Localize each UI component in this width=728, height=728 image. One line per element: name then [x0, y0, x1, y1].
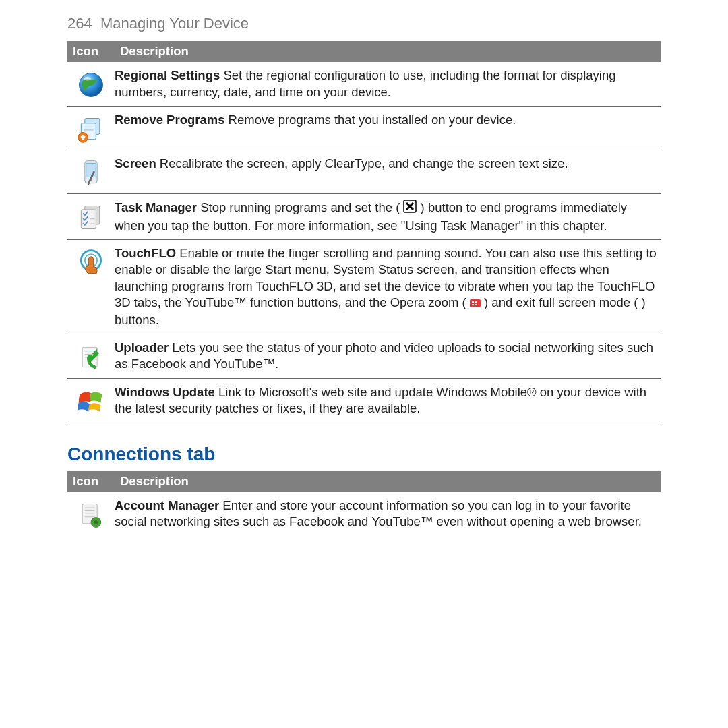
- col-desc-header: Description: [120, 473, 189, 489]
- svg-rect-41: [98, 521, 101, 524]
- globe-icon: [67, 67, 115, 100]
- row-text: Remove programs that you installed on yo…: [224, 113, 516, 127]
- svg-rect-10: [86, 164, 96, 177]
- page-header: 264 Managing Your Device: [67, 13, 661, 33]
- col-icon-header: Icon: [73, 43, 120, 59]
- row-title: Account Manager: [115, 498, 219, 512]
- col-icon-header: Icon: [73, 473, 120, 489]
- remove-programs-icon: [67, 112, 115, 144]
- row-description: TouchFLO Enable or mute the finger scrol…: [115, 245, 661, 328]
- row-title: TouchFLO: [115, 246, 176, 260]
- section-heading-connections: Connections tab: [67, 442, 661, 467]
- table-row: Task Manager Stop running programs and s…: [67, 194, 661, 240]
- row-description: Regional Settings Set the regional confi…: [115, 67, 661, 100]
- table-row: Remove Programs Remove programs that you…: [67, 107, 661, 150]
- svg-rect-21: [470, 299, 481, 307]
- row-title: Task Manager: [115, 200, 197, 214]
- row-description: Screen Recalibrate the screen, apply Cle…: [115, 156, 661, 188]
- svg-rect-39: [95, 525, 98, 528]
- svg-rect-24: [472, 304, 474, 305]
- table-header: Icon Description: [67, 41, 661, 62]
- svg-rect-40: [91, 521, 94, 524]
- windows-update-icon: [67, 384, 115, 417]
- row-title: Windows Update: [115, 385, 215, 399]
- table-header: Icon Description: [67, 471, 661, 492]
- row-text: Stop running programs and set the (: [197, 200, 403, 214]
- page-number: 264: [67, 15, 92, 32]
- table-row: Regional Settings Set the regional confi…: [67, 62, 661, 107]
- row-text: Lets you see the status of your photo an…: [115, 340, 653, 371]
- svg-point-37: [94, 520, 98, 524]
- svg-point-1: [84, 78, 91, 82]
- svg-rect-25: [475, 304, 477, 305]
- row-text: Recalibrate the screen, apply ClearType,…: [156, 156, 568, 171]
- uploader-icon: [67, 340, 115, 373]
- screen-icon: [67, 156, 115, 188]
- row-title: Regional Settings: [115, 68, 220, 82]
- row-title: Screen: [115, 156, 156, 171]
- svg-rect-23: [475, 301, 477, 303]
- col-desc-header: Description: [120, 43, 189, 59]
- table-row: Screen Recalibrate the screen, apply Cle…: [67, 150, 661, 194]
- row-description: Account Manager Enter and store your acc…: [115, 497, 661, 530]
- table-row: TouchFLO Enable or mute the finger scrol…: [67, 240, 661, 334]
- opera-zoom-icon: [470, 295, 481, 311]
- page-title: Managing Your Device: [100, 15, 249, 32]
- row-title: Remove Programs: [115, 113, 224, 127]
- table-row: Uploader Lets you see the status of your…: [67, 334, 661, 379]
- row-description: Remove Programs Remove programs that you…: [115, 112, 661, 144]
- row-description: Uploader Lets you see the status of your…: [115, 340, 661, 373]
- table-row: Windows Update Link to Microsoft's web s…: [67, 379, 661, 423]
- close-x-icon: [403, 200, 417, 217]
- touchflo-icon: [67, 245, 115, 328]
- row-description: Windows Update Link to Microsoft's web s…: [115, 384, 661, 417]
- table-row: Account Manager Enter and store your acc…: [67, 492, 661, 536]
- svg-rect-38: [95, 518, 98, 520]
- task-manager-icon: [67, 200, 115, 234]
- svg-rect-22: [472, 301, 474, 303]
- row-title: Uploader: [115, 340, 169, 355]
- account-manager-icon: [67, 497, 115, 530]
- row-description: Task Manager Stop running programs and s…: [115, 200, 661, 234]
